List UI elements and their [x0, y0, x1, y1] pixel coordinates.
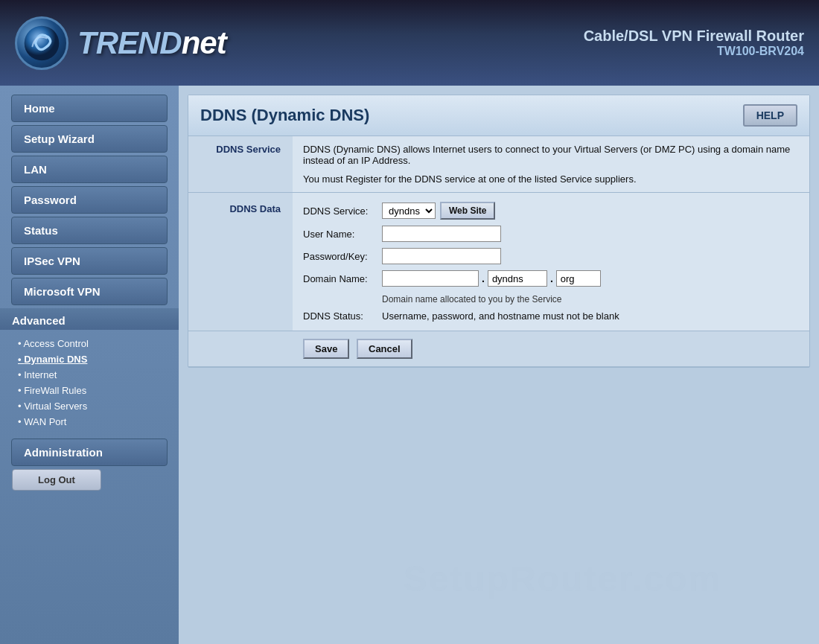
form-row-domain-hint: Domain name allocated to you by the Serv… [303, 293, 799, 305]
field-label-service: DDNS Service: [303, 205, 377, 217]
nav-ipsec-vpn[interactable]: IPSec VPN [11, 247, 168, 275]
svg-point-0 [25, 25, 60, 60]
field-label-username: User Name: [303, 229, 377, 240]
page-title-bar: DDNS (Dynamic DNS) HELP [188, 95, 809, 136]
ddns-data-row: DDNS Data DDNS Service: dyndns no-ip TZO… [188, 193, 809, 331]
advanced-section-header: Advanced [0, 308, 179, 330]
product-title: Cable/DSL VPN Firewall Router [584, 28, 804, 45]
username-input[interactable] [382, 226, 501, 242]
form-row-status: DDNS Status: Username, password, and hos… [303, 310, 799, 322]
nav-home[interactable]: Home [11, 95, 168, 122]
ddns-description-2: You must Register for the DDNS service a… [303, 173, 799, 185]
logo-icon [15, 16, 68, 70]
ddns-service-select[interactable]: dyndns no-ip TZO [382, 203, 436, 219]
form-row-service: DDNS Service: dyndns no-ip TZO Web Site [303, 202, 799, 220]
domain-row: . . [382, 270, 601, 287]
field-label-domain: Domain Name: [303, 273, 377, 284]
sidebar-item-access-control[interactable]: Access Control [12, 336, 179, 351]
ddns-data-label-cell: DDNS Data [188, 193, 293, 331]
help-button[interactable]: HELP [743, 104, 797, 127]
administration-button[interactable]: Administration [11, 439, 168, 466]
form-row-password: Password/Key: [303, 248, 799, 264]
sidebar-item-dynamic-dns[interactable]: Dynamic DNS [12, 351, 179, 367]
sidebar-item-firewall-rules[interactable]: FireWall Rules [12, 383, 179, 398]
ddns-data-content-cell: DDNS Service: dyndns no-ip TZO Web Site … [293, 193, 809, 331]
header: TRENDnet Cable/DSL VPN Firewall Router T… [0, 0, 819, 86]
nav-password[interactable]: Password [11, 186, 168, 214]
ddns-service-row: DDNS Service DDNS (Dynamic DNS) allows I… [188, 136, 809, 193]
domain-hint-text: Domain name allocated to you by the Serv… [382, 294, 561, 305]
sidebar-item-internet[interactable]: Internet [12, 367, 179, 383]
field-label-status: DDNS Status: [303, 310, 377, 322]
logo-svg [23, 25, 60, 62]
dot1: . [482, 272, 485, 284]
nav-lan[interactable]: LAN [11, 156, 168, 183]
buttons-label-cell [188, 331, 293, 367]
field-label-password: Password/Key: [303, 251, 377, 262]
form-row-domain: Domain Name: . . [303, 270, 799, 287]
logo-area: TRENDnet [15, 16, 226, 70]
advanced-submenu: Access Control Dynamic DNS Internet Fire… [0, 333, 179, 433]
ddns-service-label-cell: DDNS Service [188, 136, 293, 193]
save-button[interactable]: Save [303, 339, 349, 359]
domain-middle-input[interactable] [488, 270, 547, 287]
content-area: SetupRouter.com DDNS (Dynamic DNS) HELP … [179, 86, 819, 644]
web-site-button[interactable]: Web Site [440, 202, 495, 220]
header-right: Cable/DSL VPN Firewall Router TW100-BRV2… [584, 28, 804, 58]
form-table: DDNS Service DDNS (Dynamic DNS) allows I… [188, 136, 809, 367]
sidebar-item-virtual-servers[interactable]: Virtual Servers [12, 398, 179, 414]
content-inner: DDNS (Dynamic DNS) HELP DDNS Service DDN… [188, 95, 810, 368]
ddns-service-content-cell: DDNS (Dynamic DNS) allows Internet users… [293, 136, 809, 193]
buttons-content-cell: Save Cancel [293, 331, 809, 367]
nav-status[interactable]: Status [11, 217, 168, 244]
logout-button[interactable]: Log Out [12, 469, 101, 491]
main-layout: Home Setup Wizard LAN Password Status IP… [0, 86, 819, 644]
page-title: DDNS (Dynamic DNS) [200, 106, 369, 125]
ddns-description-1: DDNS (Dynamic DNS) allows Internet users… [303, 144, 799, 166]
password-input[interactable] [382, 248, 501, 264]
form-row-username: User Name: [303, 226, 799, 242]
nav-setup-wizard[interactable]: Setup Wizard [11, 125, 168, 153]
domain-suffix-input[interactable] [556, 270, 601, 287]
brand-name: TRENDnet [77, 25, 226, 61]
watermark: SetupRouter.com [404, 558, 721, 599]
product-model: TW100-BRV204 [584, 45, 804, 58]
buttons-row: Save Cancel [188, 331, 809, 367]
nav-microsoft-vpn[interactable]: Microsoft VPN [11, 278, 168, 305]
cancel-button[interactable]: Cancel [357, 339, 412, 359]
dot2: . [550, 272, 553, 284]
sidebar: Home Setup Wizard LAN Password Status IP… [0, 86, 179, 644]
sidebar-item-wan-port[interactable]: WAN Port [12, 414, 179, 430]
ddns-status-text: Username, password, and hostname must no… [382, 310, 619, 322]
domain-name-input[interactable] [382, 270, 479, 287]
